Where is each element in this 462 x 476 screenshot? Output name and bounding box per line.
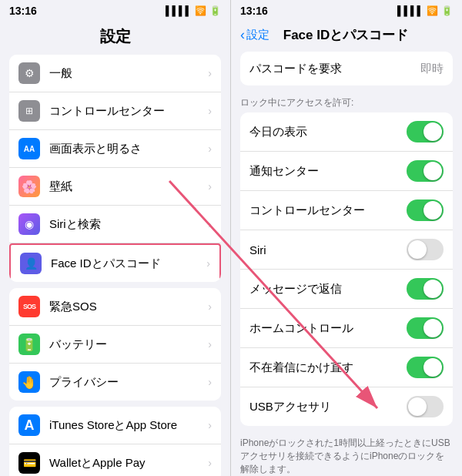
siri-label: Siriと検索 xyxy=(49,217,208,232)
itunes-label: iTunes StoreとApp Store xyxy=(49,418,208,433)
usb-label: USBアクセサリ xyxy=(249,400,407,414)
itunes-chevron: › xyxy=(208,419,212,431)
wifi-icon: 🛜 xyxy=(195,5,206,16)
right-signal-icon: ▌▌▌▌ xyxy=(397,5,424,16)
left-page-title: 設定 xyxy=(0,22,230,55)
wallet-icon: 💳 xyxy=(18,452,40,474)
left-scroll-area: ⚙ 一般 › ⊞ コントロールセンター › AA 画面表示と明るさ › 🌸 壁紙… xyxy=(0,55,230,476)
toggle-usb[interactable]: USBアクセサリ xyxy=(240,387,453,426)
right-scroll-area: パスコードを要求 即時 ロック中にアクセスを許可: 今日の表示 通知センター コ… xyxy=(231,52,462,476)
control-label: コントロールセンター xyxy=(249,203,407,218)
right-panel: 13:16 ▌▌▌▌ 🛜 🔋 ‹ 設定 Face IDとパスコード パスコードを… xyxy=(231,0,462,476)
battery-icon: 🔋 xyxy=(209,5,221,16)
sidebar-item-siri[interactable]: ◉ Siriと検索 › xyxy=(9,206,221,243)
sidebar-item-wallet[interactable]: 💳 WalletとApple Pay › xyxy=(9,444,221,476)
return-call-toggle[interactable] xyxy=(407,357,444,378)
notification-toggle[interactable] xyxy=(407,160,444,182)
settings-section-2: SOS 緊急SOS › 🔋 バッテリー › 🤚 プライバシー › xyxy=(9,288,221,401)
reply-label: メッセージで返信 xyxy=(249,282,407,297)
settings-section-3: A iTunes StoreとApp Store › 💳 WalletとAppl… xyxy=(9,407,221,476)
passcode-label: パスコードを要求 xyxy=(249,62,420,76)
general-icon: ⚙ xyxy=(18,62,40,84)
control-center-icon: ⊞ xyxy=(18,100,40,122)
sidebar-item-faceid[interactable]: 👤 Face IDとパスコード › xyxy=(9,243,221,282)
battery-item-icon: 🔋 xyxy=(18,334,40,355)
left-status-bar: 13:16 ▌▌▌▌ 🛜 🔋 xyxy=(0,0,230,22)
sos-chevron: › xyxy=(208,300,212,313)
left-status-icons: ▌▌▌▌ 🛜 🔋 xyxy=(166,5,221,16)
sidebar-item-battery[interactable]: 🔋 バッテリー › xyxy=(9,326,221,364)
sidebar-item-privacy[interactable]: 🤚 プライバシー › xyxy=(9,364,221,401)
toggle-reply[interactable]: メッセージで返信 xyxy=(240,270,453,309)
sidebar-item-general[interactable]: ⚙ 一般 › xyxy=(9,55,221,92)
sos-label: 緊急SOS xyxy=(49,300,208,314)
back-label: 設定 xyxy=(246,28,270,42)
lock-section-label: ロック中にアクセスを許可: xyxy=(231,92,462,112)
toggle-today[interactable]: 今日の表示 xyxy=(240,112,453,152)
home-label: ホームコントロール xyxy=(249,321,407,336)
wallpaper-label: 壁紙 xyxy=(49,179,208,194)
back-button[interactable]: ‹ 設定 xyxy=(240,27,270,43)
faceid-chevron: › xyxy=(206,257,210,270)
today-label: 今日の表示 xyxy=(249,125,407,139)
toggle-return-call[interactable]: 不在着信にかけ直す xyxy=(240,348,453,387)
itunes-icon: A xyxy=(18,414,40,436)
back-chevron-icon: ‹ xyxy=(240,27,245,43)
usb-toggle[interactable] xyxy=(407,396,444,417)
right-page-title: Face IDとパスコード xyxy=(270,26,422,44)
reply-toggle[interactable] xyxy=(407,278,444,300)
right-status-icons: ▌▌▌▌ 🛜 🔋 xyxy=(397,5,453,16)
home-toggle[interactable] xyxy=(407,317,444,339)
left-time: 13:16 xyxy=(9,5,37,17)
return-call-label: 不在着信にかけ直す xyxy=(249,360,407,375)
display-chevron: › xyxy=(208,142,212,155)
signal-icon: ▌▌▌▌ xyxy=(166,5,192,16)
wallpaper-chevron: › xyxy=(208,180,212,193)
siri-chevron: › xyxy=(208,218,212,230)
siri-icon: ◉ xyxy=(18,213,40,235)
left-panel: 13:16 ▌▌▌▌ 🛜 🔋 設定 ⚙ 一般 › ⊞ コントロールセンター › … xyxy=(0,0,231,476)
control-center-label: コントロールセンター xyxy=(49,104,208,119)
wallet-chevron: › xyxy=(208,457,212,469)
sos-icon: SOS xyxy=(18,296,40,317)
toggle-section: 今日の表示 通知センター コントロールセンター Siri メッセージで返信 ホー… xyxy=(240,112,453,426)
display-icon: AA xyxy=(18,138,40,159)
battery-chevron: › xyxy=(208,338,212,350)
passcode-item[interactable]: パスコードを要求 即時 xyxy=(240,52,453,85)
faceid-label: Face IDとパスコード xyxy=(51,256,206,271)
right-wifi-icon: 🛜 xyxy=(427,5,438,16)
toggle-control[interactable]: コントロールセンター xyxy=(240,191,453,230)
siri-toggle-label: Siri xyxy=(249,243,407,256)
passcode-value: 即時 xyxy=(420,62,444,76)
toggle-notification[interactable]: 通知センター xyxy=(240,152,453,191)
right-header: ‹ 設定 Face IDとパスコード xyxy=(231,22,462,52)
sidebar-item-display[interactable]: AA 画面表示と明るさ › xyxy=(9,130,221,168)
sidebar-item-wallpaper[interactable]: 🌸 壁紙 › xyxy=(9,168,221,206)
battery-label: バッテリー xyxy=(49,337,208,352)
general-chevron: › xyxy=(208,67,212,79)
settings-section-1: ⚙ 一般 › ⊞ コントロールセンター › AA 画面表示と明るさ › 🌸 壁紙… xyxy=(9,55,221,282)
toggle-home[interactable]: ホームコントロール xyxy=(240,309,453,348)
wallet-label: WalletとApple Pay xyxy=(49,456,208,471)
privacy-label: プライバシー xyxy=(49,375,208,390)
control-center-chevron: › xyxy=(208,105,212,117)
usb-note: iPhoneがロックされた1時間以上経ったときにUSBアクセサリを接続できるよう… xyxy=(231,432,462,476)
right-status-bar: 13:16 ▌▌▌▌ 🛜 🔋 xyxy=(231,0,462,22)
control-toggle[interactable] xyxy=(407,199,444,221)
sidebar-item-itunes[interactable]: A iTunes StoreとApp Store › xyxy=(9,407,221,444)
right-battery-icon: 🔋 xyxy=(441,5,453,16)
sidebar-item-control-center[interactable]: ⊞ コントロールセンター › xyxy=(9,92,221,130)
privacy-icon: 🤚 xyxy=(18,371,40,393)
privacy-chevron: › xyxy=(208,376,212,388)
toggle-siri[interactable]: Siri xyxy=(240,230,453,270)
siri-toggle[interactable] xyxy=(407,239,444,260)
wallpaper-icon: 🌸 xyxy=(18,176,40,197)
right-time: 13:16 xyxy=(240,5,268,17)
passcode-section: パスコードを要求 即時 xyxy=(240,52,453,85)
sidebar-item-sos[interactable]: SOS 緊急SOS › xyxy=(9,288,221,326)
general-label: 一般 xyxy=(49,66,208,81)
display-label: 画面表示と明るさ xyxy=(49,142,208,156)
today-toggle[interactable] xyxy=(407,121,444,142)
notification-label: 通知センター xyxy=(249,164,407,179)
faceid-icon: 👤 xyxy=(20,253,42,274)
